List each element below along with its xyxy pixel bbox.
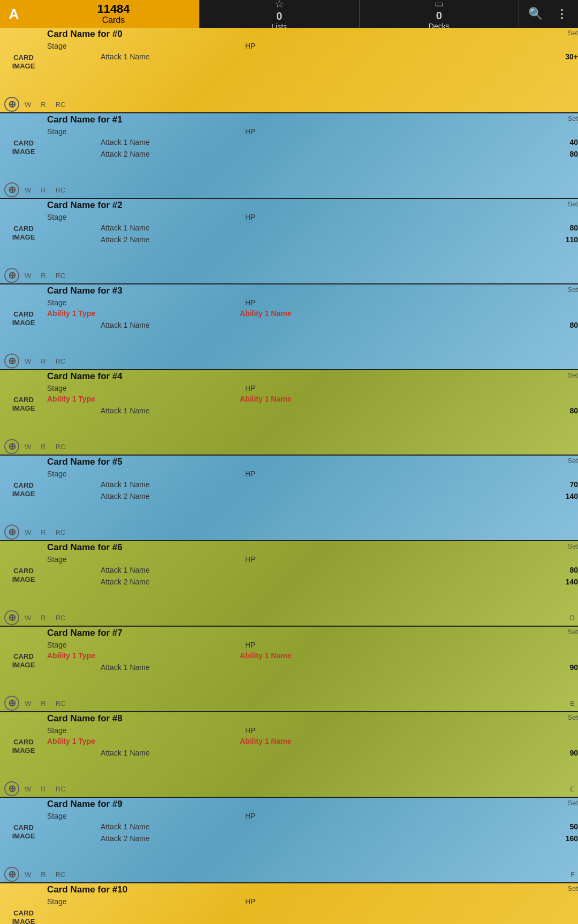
card-stage: Stage [47, 641, 67, 649]
energy-w: W [25, 272, 31, 280]
attack1-name: Attack 1 Name [101, 663, 150, 672]
ability-name: Ability 1 Name [240, 737, 291, 745]
card-image-area: CARDIMAGE [0, 627, 47, 695]
card-row[interactable]: CARDIMAGE Card Name for #1StageHPSetAtta… [0, 113, 578, 199]
lists-count: 0 [276, 10, 282, 22]
energy-w: W [25, 785, 31, 793]
cards-label: Cards [102, 16, 125, 25]
card-name: Card Name for #4 [47, 371, 123, 382]
card-image-area: CARDIMAGE [0, 456, 47, 524]
card-row[interactable]: CARDIMAGE Card Name for #10StageHPSet ⊕ … [0, 883, 578, 924]
card-set-label: Set [567, 628, 578, 636]
energy-r: R [41, 186, 45, 194]
card-row-inner: CARDIMAGE Card Name for #10StageHPSet [0, 883, 578, 924]
energy-rc: RC [56, 699, 66, 707]
card-name: Card Name for #9 [47, 799, 123, 810]
search-icon[interactable]: 🔍 [524, 3, 546, 25]
card-image-placeholder: CARDIMAGE [12, 53, 35, 70]
card-set-label: Set [567, 457, 578, 465]
card-stage: Stage [47, 897, 67, 906]
add-to-list-icon[interactable]: ⊕ [4, 781, 19, 796]
card-row[interactable]: CARDIMAGE Card Name for #5StageHPSetAtta… [0, 456, 578, 541]
card-row-inner: CARDIMAGE Card Name for #8StageHPSetAbil… [0, 712, 578, 781]
attack2-dmg: 110 [566, 235, 578, 244]
card-set-label: Set [567, 799, 578, 807]
card-hp: HP [245, 641, 255, 649]
add-to-list-icon[interactable]: ⊕ [4, 97, 19, 112]
add-to-list-icon[interactable]: ⊕ [4, 182, 19, 197]
cards-count: 11484 [97, 3, 130, 16]
card-row-inner: CARDIMAGE Card Name for #3StageHPSetAbil… [0, 284, 578, 353]
card-content-area: Card Name for #8StageHPSetAbility 1 Type… [47, 712, 578, 781]
add-to-list-icon[interactable]: ⊕ [4, 439, 19, 454]
card-footer: ⊕ W R RC F [0, 866, 578, 882]
energy-w: W [25, 443, 31, 451]
card-content-area: Card Name for #1StageHPSetAttack 1 Name4… [47, 113, 578, 182]
card-image-placeholder: CARDIMAGE [12, 225, 35, 241]
energy-rc: RC [56, 443, 66, 451]
attack1-dmg: 40 [569, 138, 578, 147]
card-row[interactable]: CARDIMAGE Card Name for #7StageHPSetAbil… [0, 627, 578, 712]
card-row[interactable]: CARDIMAGE Card Name for #0StageHPSetAtta… [0, 28, 578, 113]
add-to-list-icon[interactable]: ⊕ [4, 696, 19, 711]
card-footer: ⊕ W R RC [0, 267, 578, 283]
energy-rc: RC [56, 101, 66, 109]
cards-tab[interactable]: 11484 Cards [28, 0, 199, 28]
attack1-dmg: 80 [569, 224, 578, 232]
card-stage: Stage [47, 213, 67, 221]
energy-w: W [25, 101, 31, 109]
ability-type: Ability 1 Type [47, 651, 95, 660]
card-name: Card Name for #7 [47, 628, 123, 638]
card-footer: ⊕ W R RC [0, 182, 578, 198]
card-content-area: Card Name for #6StageHPSetAttack 1 Name8… [47, 541, 578, 610]
lists-tab[interactable]: ☆ 0 Lists [199, 0, 359, 28]
card-row[interactable]: CARDIMAGE Card Name for #9StageHPSetAtta… [0, 798, 578, 883]
more-options-icon[interactable]: ⋮ [551, 3, 573, 25]
card-row[interactable]: CARDIMAGE Card Name for #8StageHPSetAbil… [0, 712, 578, 798]
energy-r: R [41, 357, 45, 365]
card-row-inner: CARDIMAGE Card Name for #5StageHPSetAtta… [0, 456, 578, 524]
add-to-list-icon[interactable]: ⊕ [4, 867, 19, 882]
card-row[interactable]: CARDIMAGE Card Name for #4StageHPSetAbil… [0, 370, 578, 456]
energy-w: W [25, 614, 31, 622]
ability-type: Ability 1 Type [47, 737, 95, 745]
card-image-area: CARDIMAGE [0, 199, 47, 267]
card-stage: Stage [47, 469, 67, 478]
energy-rc: RC [56, 871, 66, 879]
card-image-area: CARDIMAGE [0, 712, 47, 781]
card-content-area: Card Name for #10StageHPSet [47, 883, 578, 924]
card-row-inner: CARDIMAGE Card Name for #2StageHPSetAtta… [0, 199, 578, 267]
add-to-list-icon[interactable]: ⊕ [4, 268, 19, 283]
card-image-placeholder: CARDIMAGE [12, 738, 35, 754]
card-set-label: Set [567, 200, 578, 208]
card-stage: Stage [47, 384, 67, 392]
card-content-area: Card Name for #0StageHPSetAttack 1 Name3… [47, 28, 578, 96]
attack1-name: Attack 1 Name [101, 138, 150, 147]
add-to-list-icon[interactable]: ⊕ [4, 610, 19, 625]
energy-w: W [25, 871, 31, 879]
card-hp: HP [245, 555, 255, 564]
ability-name: Ability 1 Name [240, 651, 291, 660]
card-footer: ⊕ W R RC [0, 353, 578, 369]
attack1-name: Attack 1 Name [101, 822, 150, 831]
decks-tab[interactable]: ▭ 0 Decks [359, 0, 519, 28]
energy-rc: RC [56, 186, 66, 194]
card-stage: Stage [47, 42, 67, 50]
card-name: Card Name for #1 [47, 114, 123, 125]
card-row[interactable]: CARDIMAGE Card Name for #3StageHPSetAbil… [0, 284, 578, 370]
ability-name: Ability 1 Name [240, 395, 291, 403]
energy-r: R [41, 785, 45, 793]
footer-set-code: E [570, 785, 575, 793]
card-image-placeholder: CARDIMAGE [12, 567, 35, 583]
card-row[interactable]: CARDIMAGE Card Name for #6StageHPSetAtta… [0, 541, 578, 627]
card-set-label: Set [567, 29, 578, 37]
add-to-list-icon[interactable]: ⊕ [4, 525, 19, 540]
card-row[interactable]: CARDIMAGE Card Name for #2StageHPSetAtta… [0, 199, 578, 284]
card-footer: ⊕ W R RC [0, 524, 578, 540]
card-stage: Stage [47, 555, 67, 564]
attack2-name: Attack 2 Name [101, 492, 150, 500]
add-to-list-icon[interactable]: ⊕ [4, 353, 19, 368]
card-name: Card Name for #0 [47, 29, 123, 40]
footer-set-code: E [570, 699, 575, 707]
card-content-area: Card Name for #4StageHPSetAbility 1 Type… [47, 370, 578, 438]
